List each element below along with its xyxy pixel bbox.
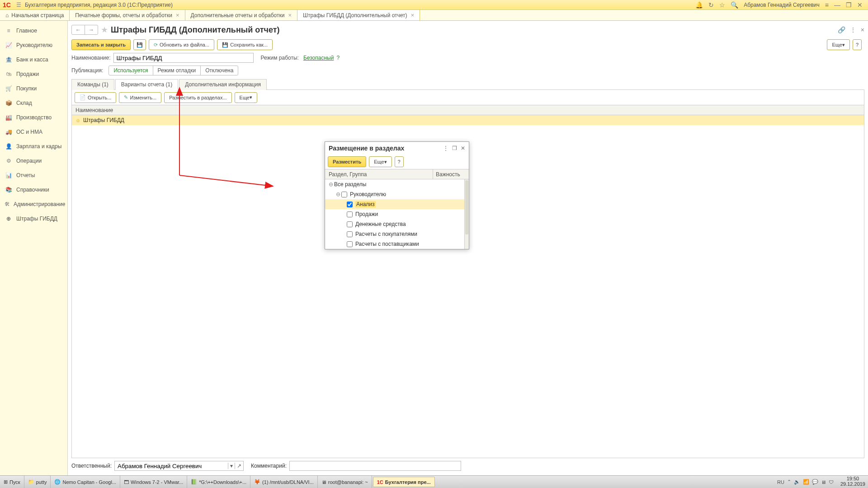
grid-column-name[interactable]: Наименование (72, 105, 864, 115)
tree-row-manager[interactable]: ⊖ Руководителю (325, 189, 469, 199)
save-close-button[interactable]: Записать и закрыть (71, 39, 131, 50)
tray-icon[interactable]: 🖥 (821, 479, 826, 485)
help-button[interactable]: ? (853, 39, 862, 50)
tree-checkbox[interactable] (341, 192, 347, 197)
tree-checkbox[interactable] (347, 241, 353, 247)
sidebar-item-admin[interactable]: 🛠Администрирование (0, 197, 67, 211)
tree-checkbox[interactable] (347, 202, 353, 207)
dialog-maximize-icon[interactable]: ❐ (452, 145, 457, 151)
sidebar-item-warehouse[interactable]: 📦Склад (0, 96, 67, 110)
tray-icon[interactable]: 🔈 (794, 479, 800, 485)
link-icon[interactable]: 🔗 (838, 26, 845, 33)
star-icon[interactable]: ☆ (719, 1, 725, 9)
sidebar-item-assets[interactable]: 🚚ОС и НМА (0, 125, 67, 139)
minimize-icon[interactable]: — (834, 1, 840, 9)
tab-home[interactable]: ⌂ Начальная страница (0, 10, 70, 20)
task-chrome[interactable]: 🌐Nemo Capitan - Googl... (51, 476, 120, 488)
sidebar-item-main[interactable]: ≡Главное (0, 23, 67, 38)
sidebar-item-manager[interactable]: 📈Руководителю (0, 38, 67, 52)
task-firefox[interactable]: 🦊(1) /mnt/usb/DLNA/VI... (250, 476, 318, 488)
responsible-field[interactable]: ▾ ↗ (114, 461, 244, 471)
variants-more-button[interactable]: Еще ▾ (235, 92, 257, 103)
task-vmware[interactable]: 🗔Windows 7-2 - VMwar... (120, 476, 187, 488)
sidebar-item-catalogs[interactable]: 📚Справочники (0, 183, 67, 197)
open-button[interactable]: 📄Открыть... (75, 92, 116, 103)
more-button[interactable]: Еще ▾ (827, 39, 849, 50)
tree-row-cash[interactable]: Денежные средства (325, 219, 469, 229)
tree-row-suppliers[interactable]: Расчеты с поставщиками (325, 239, 469, 249)
tree-checkbox[interactable] (347, 221, 353, 227)
sidebar-item-gibdd[interactable]: ⊕Штрафы ГИБДД (0, 211, 67, 226)
dialog-close-icon[interactable]: ✕ (461, 145, 465, 151)
mode-help-icon[interactable]: ? (336, 55, 340, 61)
save-button[interactable]: 💾 (133, 39, 146, 50)
chevron-down-icon[interactable]: ▾ (228, 463, 235, 469)
start-button[interactable]: ⊞Пуск (0, 476, 24, 488)
pub-disabled[interactable]: Отключена (200, 66, 238, 75)
user-name[interactable]: Абрамов Геннадий Сергеевич (744, 2, 820, 8)
subtab-info[interactable]: Дополнительная информация (179, 79, 267, 90)
sidebar-item-purchases[interactable]: 🛒Покупки (0, 81, 67, 96)
mode-link[interactable]: Безопасный (303, 55, 334, 61)
tray-icon[interactable]: 💬 (812, 479, 818, 485)
tray-icon[interactable]: 📶 (803, 479, 809, 485)
comment-input[interactable] (289, 461, 461, 471)
dialog-help-button[interactable]: ? (395, 156, 404, 167)
tree-checkbox[interactable] (347, 211, 353, 217)
collapse-icon[interactable]: ⊖ (336, 191, 341, 197)
nav-forward[interactable]: → (85, 25, 98, 34)
save-as-button[interactable]: 💾Сохранить как... (217, 39, 273, 50)
clock[interactable]: 19:50 29.12.2019 (838, 476, 868, 488)
sidebar-item-operations[interactable]: ⚙Операции (0, 154, 67, 168)
nav-back[interactable]: ← (72, 25, 85, 34)
page-menu-icon[interactable]: ⋮ (850, 26, 856, 33)
sidebar-item-salary[interactable]: 👤Зарплата и кадры (0, 139, 67, 154)
dialog-menu-icon[interactable]: ⋮ (443, 145, 448, 151)
tree-col-section[interactable]: Раздел, Группа (325, 169, 433, 179)
collapse-icon[interactable]: ⊖ (329, 181, 334, 188)
task-putty[interactable]: 📁putty (24, 476, 51, 488)
tree-checkbox[interactable] (347, 231, 353, 237)
sidebar-item-bank[interactable]: 🏦Банк и касса (0, 52, 67, 67)
sidebar-item-production[interactable]: 🏭Производство (0, 110, 67, 125)
task-1c[interactable]: 1СБухгалтерия пре... (373, 477, 435, 487)
pub-debug[interactable]: Режим отладки (153, 66, 201, 75)
maximize-icon[interactable]: ❐ (846, 1, 852, 9)
name-input[interactable] (113, 53, 254, 63)
subtab-variants[interactable]: Варианты отчета (1) (115, 79, 178, 90)
tray-icon[interactable]: ⌃ (787, 479, 791, 485)
tree-col-importance[interactable]: Важность (433, 169, 469, 179)
tree-row-sales[interactable]: Продажи (325, 209, 469, 219)
dialog-place-button[interactable]: Разместить (328, 156, 366, 167)
tree-row-analysis[interactable]: Анализ (325, 199, 469, 209)
responsible-input[interactable] (115, 461, 228, 470)
bell-icon[interactable]: 🔔 (695, 1, 703, 9)
sidebar-item-reports[interactable]: 📊Отчеты (0, 168, 67, 183)
open-ref-icon[interactable]: ↗ (235, 463, 243, 469)
tree-row-all[interactable]: ⊖ Все разделы (325, 179, 469, 189)
subtab-commands[interactable]: Команды (1) (71, 79, 114, 90)
page-close-icon[interactable]: × (861, 26, 864, 33)
tab-fines-gibdd[interactable]: Штрафы ГИБДД (Дополнительный отчет) × (297, 10, 420, 20)
settings-icon[interactable]: ≡ (825, 1, 829, 9)
close-icon[interactable]: ✕ (857, 1, 863, 9)
history-icon[interactable]: ↻ (708, 1, 714, 9)
tree-scrollbar[interactable] (464, 179, 469, 249)
sidebar-item-sales[interactable]: 🛍Продажи (0, 67, 67, 81)
tray-icon[interactable]: 🛡 (829, 479, 834, 485)
tab-close-icon[interactable]: × (288, 12, 292, 19)
search-icon[interactable]: 🔍 (731, 1, 738, 9)
place-in-sections-button[interactable]: Разместить в разделах... (164, 92, 231, 103)
pub-used[interactable]: Используется (109, 66, 152, 75)
tree-row-customers[interactable]: Расчеты с покупателями (325, 229, 469, 239)
tab-close-icon[interactable]: × (176, 12, 179, 19)
task-ssh[interactable]: 🖥root@bananapi: ~ (318, 476, 372, 488)
tab-additional-reports[interactable]: Дополнительные отчеты и обработки × (185, 10, 297, 20)
lang-indicator[interactable]: RU (777, 479, 784, 485)
burger-icon[interactable]: ☰ (16, 2, 21, 8)
edit-button[interactable]: ✎Изменить... (119, 92, 161, 103)
dialog-more-button[interactable]: Еще ▾ (369, 156, 392, 167)
favorite-star-icon[interactable]: ★ (101, 25, 108, 35)
task-notepad[interactable]: 📗*G:\++Downloads\+... (187, 476, 250, 488)
grid-row[interactable]: ☼ Штрафы ГИБДД (72, 115, 864, 125)
